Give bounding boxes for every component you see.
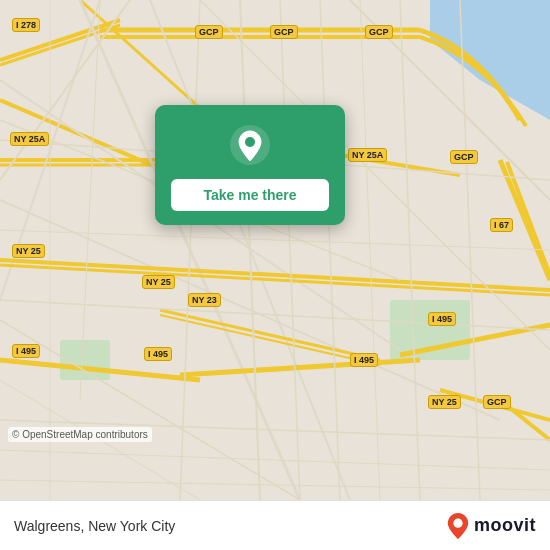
bottom-bar: Walgreens, New York City moovit [0,500,550,550]
hw-label-i495-3: I 495 [350,353,378,367]
hw-label-ny25: NY 25 [12,244,45,258]
moovit-pin-icon [447,513,469,539]
hw-label-gcp-br: GCP [483,395,511,409]
svg-point-50 [245,137,255,147]
hw-label-gcp2: GCP [270,25,298,39]
take-me-there-button[interactable]: Take me there [171,179,329,211]
hw-label-ny25a-left: NY 25A [10,132,49,146]
hw-label-ny23: NY 23 [188,293,221,307]
hw-label-ny25-2: NY 25 [142,275,175,289]
map-attribution: © OpenStreetMap contributors [8,427,152,442]
hw-label-ny25-br: NY 25 [428,395,461,409]
map-container: I 278 GCP GCP GCP GCP NY 25A NY 25A NY 2… [0,0,550,500]
popup-card: Take me there [155,105,345,225]
hw-label-i495-1: I 495 [12,344,40,358]
svg-point-51 [453,518,462,527]
hw-label-i495-4: I 495 [428,312,456,326]
hw-label-gcp3: GCP [365,25,393,39]
hw-label-i67: I 67 [490,218,513,232]
hw-label-i495-2: I 495 [144,347,172,361]
moovit-brand-text: moovit [474,515,536,536]
hw-label-i278: I 278 [12,18,40,32]
moovit-logo: moovit [447,513,536,539]
location-pin-icon [228,123,272,167]
hw-label-ny25a-right: NY 25A [348,148,387,162]
hw-label-gcp4: GCP [450,150,478,164]
location-title: Walgreens, New York City [14,518,175,534]
hw-label-gcp1: GCP [195,25,223,39]
